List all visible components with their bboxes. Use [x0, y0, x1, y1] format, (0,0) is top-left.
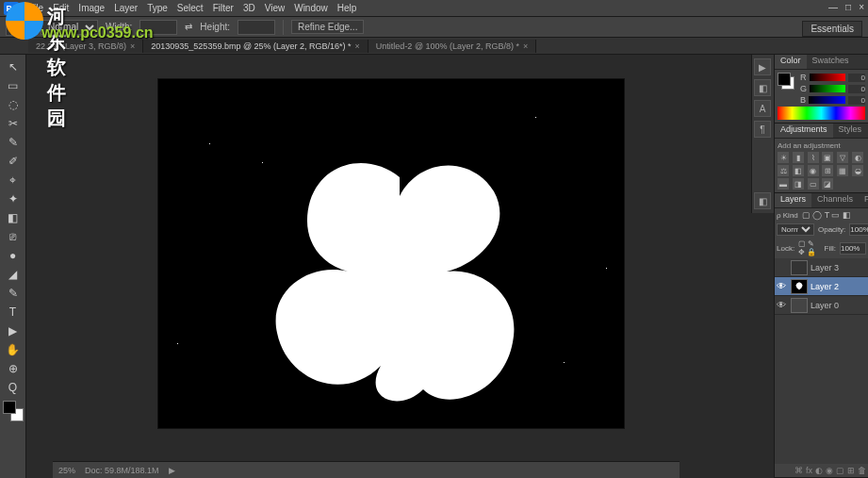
foreground-color-swatch[interactable] [3, 401, 16, 414]
tab-close-icon[interactable]: × [130, 41, 135, 51]
layer-thumbnail[interactable] [791, 279, 808, 294]
menu-layer[interactable]: Layer [114, 3, 138, 13]
selectivecolor-icon[interactable]: ◪ [822, 178, 833, 190]
color-spectrum[interactable] [778, 107, 865, 120]
photofilter-icon[interactable]: ◉ [808, 165, 819, 176]
new-layer-icon[interactable]: ⊞ [847, 466, 855, 475]
paragraph-panel-icon[interactable]: ¶ [754, 121, 771, 138]
delete-layer-icon[interactable]: 🗑 [858, 466, 866, 475]
layer-name[interactable]: Layer 3 [811, 263, 839, 272]
fill-input[interactable] [840, 242, 866, 255]
layer-row[interactable]: 👁 Layer 2 [775, 277, 868, 296]
g-value[interactable]: 0 [848, 85, 865, 93]
invert-icon[interactable]: ◒ [852, 165, 863, 176]
lock-icons[interactable]: ▢ ✎ ✥ 🔒 [798, 239, 820, 256]
marquee-tool[interactable]: ▭ [3, 77, 24, 94]
menu-view[interactable]: View [265, 3, 286, 13]
menu-window[interactable]: Window [294, 3, 328, 13]
link-layers-icon[interactable]: ⌘ [794, 466, 803, 475]
swatches-tab[interactable]: Swatches [807, 55, 855, 69]
adjustments-tab[interactable]: Adjustments [775, 124, 833, 138]
stamp-tool[interactable]: ✦ [3, 190, 24, 207]
character-panel-icon[interactable]: A [754, 100, 771, 117]
document-tab[interactable]: 20130935_525359.bmp @ 25% (Layer 2, RGB/… [143, 40, 368, 53]
opacity-input[interactable] [849, 223, 868, 236]
document-tab[interactable]: Untitled-2 @ 100% (Layer 2, RGB/8) *× [368, 40, 536, 53]
move-tool[interactable]: ↖ [3, 58, 24, 75]
quickmask-tool[interactable]: Q [3, 379, 24, 396]
visibility-toggle[interactable]: 👁 [777, 281, 788, 291]
curves-icon[interactable]: ⌇ [808, 152, 819, 163]
properties-panel-icon[interactable]: ◧ [754, 79, 771, 96]
colorlookup-icon[interactable]: ▦ [837, 165, 848, 176]
type-tool[interactable]: T [3, 304, 24, 321]
refine-edge-button[interactable]: Refine Edge... [291, 20, 364, 34]
minimize-button[interactable]: — [828, 2, 838, 12]
brush-tool[interactable]: ⌖ [3, 172, 24, 189]
mode-select[interactable]: Normal [41, 20, 98, 35]
bw-icon[interactable]: ◧ [793, 165, 804, 176]
maximize-button[interactable]: □ [845, 2, 851, 12]
tab-close-icon[interactable]: × [355, 41, 360, 51]
gradientmap-icon[interactable]: ▭ [808, 178, 819, 190]
layer-name[interactable]: Layer 2 [811, 282, 839, 291]
menu-type[interactable]: Type [147, 3, 168, 13]
layer-fx-icon[interactable]: fx [806, 466, 812, 475]
menu-3d[interactable]: 3D [243, 3, 255, 13]
color-tab[interactable]: Color [775, 55, 807, 69]
layer-thumbnail[interactable] [791, 260, 808, 275]
paths-tab[interactable]: Paths [859, 193, 868, 207]
path-tool[interactable]: ▶ [3, 322, 24, 339]
layer-row[interactable]: Layer 3 [775, 258, 868, 277]
menu-image[interactable]: Image [78, 3, 105, 13]
blur-tool[interactable]: ◢ [3, 266, 24, 283]
menu-help[interactable]: Help [337, 3, 357, 13]
hand-tool[interactable]: ✋ [3, 341, 24, 358]
blend-mode-select[interactable]: Normal [777, 223, 814, 236]
tab-close-icon[interactable]: × [523, 41, 528, 51]
eraser-tool[interactable]: ⎚ [3, 228, 24, 245]
crop-tool[interactable]: ✂ [3, 115, 24, 132]
healing-tool[interactable]: ✐ [3, 153, 24, 170]
visibility-toggle[interactable]: 👁 [777, 300, 788, 310]
menu-filter[interactable]: Filter [213, 3, 234, 13]
close-button[interactable]: × [859, 2, 864, 12]
channelmixer-icon[interactable]: ⊞ [822, 165, 833, 176]
r-slider[interactable] [810, 74, 846, 81]
vibrance-icon[interactable]: ▽ [837, 152, 848, 163]
lasso-tool[interactable]: ◌ [3, 96, 24, 113]
menu-file[interactable]: File [28, 3, 43, 13]
new-fill-icon[interactable]: ◉ [826, 466, 833, 475]
layers-tab[interactable]: Layers [775, 193, 811, 207]
hue-icon[interactable]: ◐ [852, 152, 863, 163]
exposure-icon[interactable]: ▣ [822, 152, 833, 163]
swap-icon[interactable]: ⇄ [185, 22, 192, 32]
posterize-icon[interactable]: ▬ [778, 178, 789, 190]
document-tab[interactable]: 22.2% (Layer 3, RGB/8)× [28, 40, 143, 53]
document-canvas[interactable] [158, 79, 624, 428]
levels-icon[interactable]: ▮ [793, 152, 804, 163]
kind-filter[interactable]: ρ Kind [777, 211, 798, 220]
b-value[interactable]: 0 [848, 96, 865, 105]
color-swatches[interactable] [3, 401, 24, 421]
colorbalance-icon[interactable]: ⚖ [778, 165, 789, 176]
layers-panel-icon[interactable]: ◧ [754, 192, 771, 209]
layer-mask-icon[interactable]: ◐ [815, 466, 823, 475]
active-tool-icon[interactable] [6, 19, 25, 36]
pen-tool[interactable]: ✎ [3, 285, 24, 302]
zoom-level[interactable]: 25% [58, 466, 75, 475]
statusbar-arrow-icon[interactable]: ▶ [169, 466, 175, 475]
channels-tab[interactable]: Channels [811, 193, 859, 207]
workspace-switcher[interactable]: Essentials [802, 21, 862, 37]
width-input[interactable] [139, 20, 177, 35]
new-group-icon[interactable]: ▢ [836, 466, 844, 475]
eyedropper-tool[interactable]: ✎ [3, 134, 24, 151]
canvas-area[interactable]: 25% Doc: 59.8M/188.1M ▶ [26, 55, 774, 478]
menu-edit[interactable]: Edit [53, 3, 69, 13]
styles-tab[interactable]: Styles [833, 124, 868, 138]
brightness-icon[interactable]: ☀ [778, 152, 789, 163]
layer-row[interactable]: 👁 Layer 0 [775, 296, 868, 315]
layer-name[interactable]: Layer 0 [811, 301, 839, 310]
fg-swatch[interactable] [778, 73, 791, 86]
b-slider[interactable] [809, 96, 845, 104]
